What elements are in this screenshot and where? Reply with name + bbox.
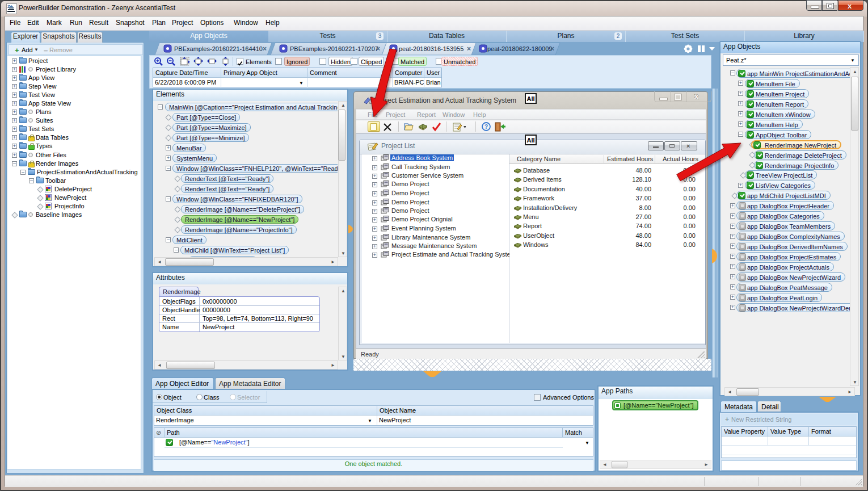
svg-text:×: ×	[550, 45, 554, 53]
svg-text:×: ×	[263, 45, 267, 53]
svg-text:PBExamples-20160221-170207: PBExamples-20160221-170207	[290, 45, 378, 52]
svg-text:PBExamples-20160221-164410: PBExamples-20160221-164410	[174, 45, 263, 52]
svg-text:?: ?	[484, 124, 488, 130]
svg-text:×: ×	[467, 45, 471, 53]
svg-text:peat-20180622-180009: peat-20180622-180009	[487, 45, 552, 52]
svg-text:×: ×	[376, 45, 380, 53]
svg-text:peat-20180316-153955: peat-20180316-153955	[399, 45, 464, 52]
